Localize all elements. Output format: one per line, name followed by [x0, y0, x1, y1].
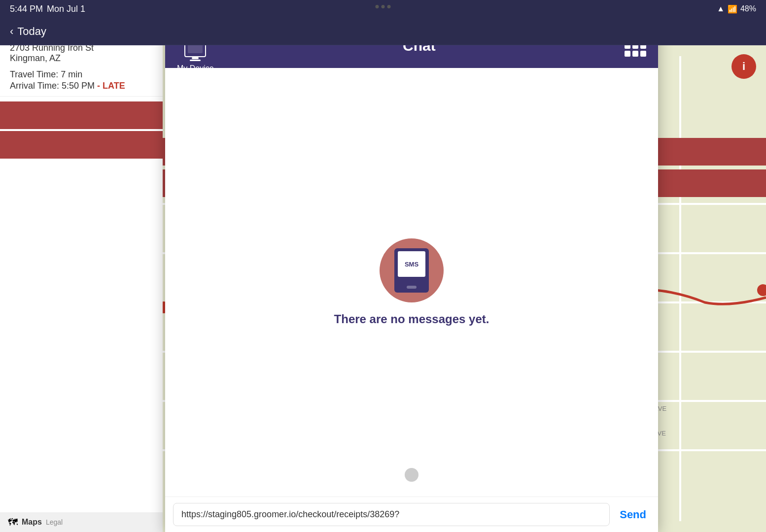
- message-input[interactable]: [173, 503, 610, 526]
- three-dots-indicator: [376, 5, 391, 8]
- sidebar-bar-1: [0, 101, 163, 129]
- legal-link[interactable]: Legal: [46, 518, 63, 526]
- status-bar-right: ▲ 📶 48%: [717, 4, 756, 14]
- battery-display: 48%: [740, 4, 756, 13]
- time-display: 5:44 PM: [10, 4, 43, 14]
- back-label: Today: [17, 25, 46, 38]
- sidebar: Shelly Moon 2703 Running Iron St Kingman…: [0, 18, 163, 532]
- top-nav: ‹ Today: [0, 18, 766, 45]
- wifi-icon: 📶: [728, 4, 737, 14]
- empty-state: SMS There are no messages yet.: [334, 238, 489, 326]
- date-display: Mon Jul 1: [47, 4, 85, 14]
- sms-screen: SMS: [398, 251, 425, 277]
- empty-state-text: There are no messages yet.: [334, 312, 489, 326]
- status-bar-left: 5:44 PM Mon Jul 1: [10, 4, 85, 14]
- send-button[interactable]: Send: [616, 504, 650, 525]
- maps-label: Maps: [22, 518, 42, 527]
- scroll-indicator: [405, 468, 418, 482]
- back-button[interactable]: ‹ Today: [10, 25, 46, 38]
- sidebar-bar-2: [0, 131, 163, 159]
- info-button[interactable]: i: [731, 54, 756, 79]
- status-bar: 5:44 PM Mon Jul 1 ▲ 📶 48%: [0, 0, 766, 18]
- apple-maps-logo: 🗺: [8, 517, 18, 528]
- back-chevron: ‹: [10, 25, 13, 38]
- maps-bottom-bar: 🗺 Maps Legal: [0, 512, 163, 532]
- chat-modal: × My Device Chat SMS: [165, 24, 658, 532]
- sms-phone-icon: SMS: [394, 248, 429, 293]
- customer-city: Kingman, AZ: [10, 53, 153, 64]
- signal-icon: ▲: [717, 4, 725, 13]
- arrival-time: Arrival Time: 5:50 PM - LATE: [10, 81, 153, 91]
- chat-body: SMS There are no messages yet.: [165, 68, 658, 497]
- sms-icon-circle: SMS: [380, 238, 444, 302]
- sms-phone-button: [407, 286, 417, 289]
- travel-time: Travel Time: 7 min: [10, 69, 153, 80]
- chat-input-area: Send: [165, 497, 658, 532]
- sms-label: SMS: [405, 261, 418, 268]
- late-indicator: - LATE: [97, 81, 125, 91]
